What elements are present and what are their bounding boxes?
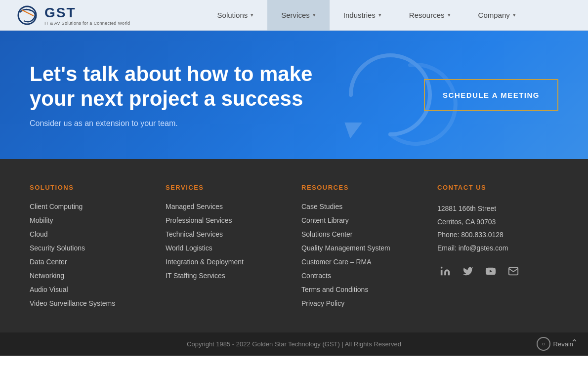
svg-point-2: [441, 267, 443, 269]
list-item[interactable]: Mobility: [30, 216, 151, 225]
chevron-down-icon: ▾: [378, 12, 381, 18]
list-item[interactable]: Contracts: [301, 271, 422, 280]
nav-link-services[interactable]: Services ▾: [267, 0, 330, 31]
hero-cta-area: SCHEDULE A MEETING: [424, 79, 558, 111]
nav-link-solutions[interactable]: Solutions ▾: [204, 0, 268, 31]
hero-section: Let's talk about how to make your next p…: [0, 31, 588, 159]
footer-resources-column: RESOURCES Case Studies Content Library S…: [301, 184, 422, 313]
gst-logo-icon: [15, 5, 40, 26]
copyright-text: Copyright 1985 - 2022 Golden Star Techno…: [187, 340, 401, 348]
chevron-down-icon: ▾: [251, 12, 253, 18]
contact-info: 12881 166th Street Cerritos, CA 90703 Ph…: [437, 202, 558, 254]
nav-item-solutions[interactable]: Solutions ▾: [204, 0, 268, 31]
footer-solutions-heading: SOLUTIONS: [30, 184, 151, 191]
nav-menu: Solutions ▾ Services ▾ Industries ▾ Reso…: [160, 0, 573, 31]
list-item[interactable]: Quality Management System: [301, 244, 422, 252]
contact-email: Email: info@gstes.com: [437, 242, 558, 255]
nav-item-company[interactable]: Company ▾: [464, 0, 530, 31]
footer-services-heading: SERVICES: [166, 184, 287, 191]
logo[interactable]: GST IT & AV Solutions for a Connected Wo…: [15, 5, 130, 26]
footer-services-list: Managed Services Professional Services T…: [166, 202, 287, 280]
list-item[interactable]: Customer Care – RMA: [301, 257, 422, 266]
nav-link-industries[interactable]: Industries ▾: [330, 0, 395, 31]
chevron-down-icon: ▾: [313, 12, 316, 18]
list-item[interactable]: Security Solutions: [30, 244, 151, 252]
email-icon[interactable]: [505, 263, 521, 279]
footer-solutions-list: Client Computing Mobility Cloud Security…: [30, 202, 151, 308]
revain-label: Revain: [553, 340, 573, 348]
footer-bottom-bar: Copyright 1985 - 2022 Golden Star Techno…: [0, 332, 588, 356]
contact-email-link[interactable]: info@gstes.com: [459, 244, 508, 252]
list-item[interactable]: Professional Services: [166, 216, 287, 225]
contact-email-label: Email:: [437, 244, 457, 252]
logo-tagline-text: IT & AV Solutions for a Connected World: [44, 21, 130, 26]
nav-item-resources[interactable]: Resources ▾: [395, 0, 464, 31]
back-to-top-button[interactable]: ⌃: [571, 337, 578, 348]
linkedin-icon[interactable]: [437, 263, 453, 279]
list-item[interactable]: Terms and Conditions: [301, 285, 422, 294]
svg-rect-1: [441, 270, 443, 276]
logo-text: GST IT & AV Solutions for a Connected Wo…: [44, 5, 130, 26]
footer-grid: SOLUTIONS Client Computing Mobility Clou…: [30, 184, 558, 313]
contact-phone: Phone: 800.833.0128: [437, 228, 558, 242]
nav-link-company[interactable]: Company ▾: [464, 0, 530, 31]
footer-resources-list: Case Studies Content Library Solutions C…: [301, 202, 422, 308]
list-item[interactable]: Content Library: [301, 216, 422, 225]
list-item[interactable]: IT Staffing Services: [166, 271, 287, 280]
footer-services-column: SERVICES Managed Services Professional S…: [166, 184, 287, 313]
youtube-icon[interactable]: [483, 263, 499, 279]
list-item[interactable]: Case Studies: [301, 202, 422, 211]
logo-gst-text: GST: [44, 5, 130, 21]
hero-title: Let's talk about how to make your next p…: [30, 62, 316, 112]
chevron-down-icon: ▾: [513, 12, 516, 18]
list-item[interactable]: World Logistics: [166, 244, 287, 252]
contact-address-line1: 12881 166th Street: [437, 202, 558, 215]
footer-contact-heading: CONTACT US: [437, 184, 558, 191]
footer: SOLUTIONS Client Computing Mobility Clou…: [0, 159, 588, 356]
nav-item-industries[interactable]: Industries ▾: [330, 0, 395, 31]
chevron-down-icon: ▾: [448, 12, 451, 18]
navbar: GST IT & AV Solutions for a Connected Wo…: [0, 0, 588, 31]
list-item[interactable]: Technical Services: [166, 230, 287, 239]
list-item[interactable]: Video Surveillance Systems: [30, 299, 151, 308]
social-icons: [437, 263, 558, 279]
list-item[interactable]: Networking: [30, 271, 151, 280]
list-item[interactable]: Data Center: [30, 257, 151, 266]
revain-icon: ○: [537, 337, 550, 351]
footer-resources-heading: RESOURCES: [301, 184, 422, 191]
contact-phone-link[interactable]: 800.833.0128: [461, 231, 504, 239]
nav-item-services[interactable]: Services ▾: [267, 0, 330, 31]
twitter-icon[interactable]: [460, 263, 476, 279]
list-item[interactable]: Audio Visual: [30, 285, 151, 294]
footer-contact-column: CONTACT US 12881 166th Street Cerritos, …: [437, 184, 558, 313]
footer-solutions-column: SOLUTIONS Client Computing Mobility Clou…: [30, 184, 151, 313]
list-item[interactable]: Managed Services: [166, 202, 287, 211]
list-item[interactable]: Solutions Center: [301, 230, 422, 239]
revain-badge: ○ Revain: [537, 337, 573, 351]
list-item[interactable]: Privacy Policy: [301, 299, 422, 308]
hero-subtitle: Consider us as an extension to your team…: [30, 119, 316, 128]
list-item[interactable]: Client Computing: [30, 202, 151, 211]
hero-content: Let's talk about how to make your next p…: [30, 62, 316, 128]
list-item[interactable]: Integration & Deployment: [166, 257, 287, 266]
contact-phone-label: Phone:: [437, 231, 459, 239]
list-item[interactable]: Cloud: [30, 230, 151, 239]
schedule-meeting-button[interactable]: SCHEDULE A MEETING: [424, 79, 558, 111]
nav-link-resources[interactable]: Resources ▾: [395, 0, 464, 31]
contact-address-line2: Cerritos, CA 90703: [437, 215, 558, 229]
